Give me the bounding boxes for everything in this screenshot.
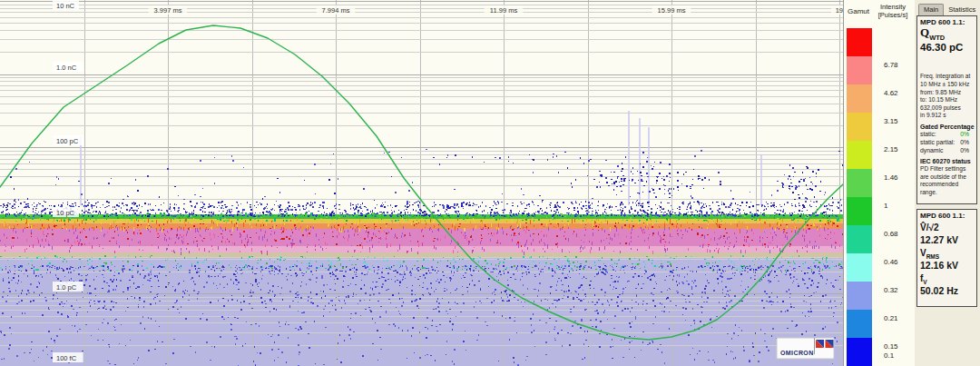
gamut-title: Gamut bbox=[848, 7, 869, 15]
gamut-value: 6.78 bbox=[884, 61, 913, 70]
intensity-axis-label: Intensity [Pulses/s] bbox=[872, 3, 914, 20]
time-axis-label: 7.994 ms bbox=[322, 6, 350, 15]
measurement-sidebar: Main Statistics MPD 600 1.1: QWTD 46.30 … bbox=[915, 0, 980, 366]
gamut-swatch bbox=[847, 197, 872, 225]
gamut-value: 0.46 bbox=[884, 258, 913, 267]
charge-axis-label: 100 pC bbox=[56, 137, 79, 145]
gamut-value: 1.46 bbox=[884, 173, 913, 183]
charge-axis-label: 1.0 pC bbox=[56, 283, 77, 292]
gated-dynamic-row: dynamic0% bbox=[920, 146, 975, 154]
gamut-swatch bbox=[847, 169, 872, 197]
mpd-measurement-app: 10 nC1.0 nC100 pC10 pC1.0 pC100 fC3.997 … bbox=[0, 0, 980, 366]
gamut-value: 2.15 bbox=[884, 145, 913, 154]
vrms-symbol: VRMS bbox=[920, 248, 975, 260]
device-title-2: MPD 600 1.1: bbox=[920, 212, 975, 220]
gamut-colorbar bbox=[847, 28, 872, 366]
freq-value: 50.02 Hz bbox=[920, 285, 975, 296]
freq-integration-info: Freq. integration at10 MHz ± 150 kHzfrom… bbox=[920, 73, 975, 119]
charge-axis-label: 100 fC bbox=[56, 354, 77, 362]
voltage-measurement-panel: MPD 600 1.1: V̂/√2 12.27 kV VRMS 12.16 k… bbox=[916, 209, 977, 307]
vpeak-symbol: V̂/√2 bbox=[920, 223, 975, 234]
gamut-value: 3.15 bbox=[884, 117, 913, 126]
gamut-colorbar-panel: Gamut Intensity [Pulses/s] 6.784.623.152… bbox=[844, 0, 915, 366]
gamut-swatch bbox=[847, 141, 872, 169]
svg-text:OMICRON: OMICRON bbox=[780, 350, 814, 356]
gated-static-row: static:0% bbox=[920, 130, 975, 138]
qwtd-value: 46.30 pC bbox=[920, 42, 975, 53]
omicron-logo: OMICRON bbox=[777, 338, 834, 359]
freq-symbol: fV bbox=[920, 273, 975, 285]
iec-status-text: PD Filter settings are outside of the re… bbox=[920, 165, 975, 196]
gamut-swatch bbox=[847, 310, 872, 338]
gamut-value: 0.15 bbox=[884, 342, 913, 351]
sidebar-tabs: Main Statistics bbox=[915, 2, 980, 15]
gamut-swatch bbox=[847, 282, 872, 310]
gamut-swatch bbox=[847, 28, 872, 56]
gamut-value: 0.32 bbox=[884, 286, 913, 295]
gamut-swatch bbox=[847, 225, 872, 253]
iec-status-title: IEC 60270 status bbox=[920, 158, 975, 164]
time-axis-label: 15.99 ms bbox=[658, 6, 686, 15]
gamut-swatch bbox=[847, 338, 872, 366]
time-axis-label: 19.9 bbox=[836, 6, 843, 15]
charge-axis-label: 10 nC bbox=[56, 2, 75, 10]
time-axis-label: 3.997 ms bbox=[154, 6, 182, 15]
time-axis-label: 11.99 ms bbox=[490, 6, 518, 15]
gated-percentage-title: Gated Percentage bbox=[920, 124, 975, 130]
gamut-value: 1 bbox=[884, 202, 913, 211]
charge-axis-label: 10 pC bbox=[56, 209, 75, 217]
gamut-swatch bbox=[847, 56, 872, 84]
qwtd-symbol: QWTD bbox=[920, 26, 975, 41]
gamut-value: 0.21 bbox=[884, 314, 913, 323]
vpeak-value: 12.27 kV bbox=[920, 234, 975, 245]
gamut-value: 4.62 bbox=[884, 89, 913, 98]
charge-axis-label: 1.0 nC bbox=[56, 64, 77, 72]
gamut-swatch bbox=[847, 253, 872, 282]
charge-measurement-panel: MPD 600 1.1: QWTD 46.30 pC Freq. integra… bbox=[916, 15, 977, 204]
vrms-value: 12.16 kV bbox=[920, 260, 975, 271]
gamut-swatch bbox=[847, 84, 872, 113]
gamut-value: 0.1 bbox=[884, 351, 913, 361]
pd-intensity-plot[interactable]: 10 nC1.0 nC100 pC10 pC1.0 pC100 fC3.997 … bbox=[0, 0, 844, 366]
plot-canvas[interactable]: 10 nC1.0 nC100 pC10 pC1.0 pC100 fC3.997 … bbox=[0, 0, 843, 366]
gamut-value: 0.68 bbox=[884, 230, 913, 239]
tab-main[interactable]: Main bbox=[918, 4, 944, 15]
tab-statistics[interactable]: Statistics bbox=[944, 5, 980, 15]
gamut-swatch bbox=[847, 113, 872, 141]
gated-static-partial-row: static partial:0% bbox=[920, 138, 975, 146]
